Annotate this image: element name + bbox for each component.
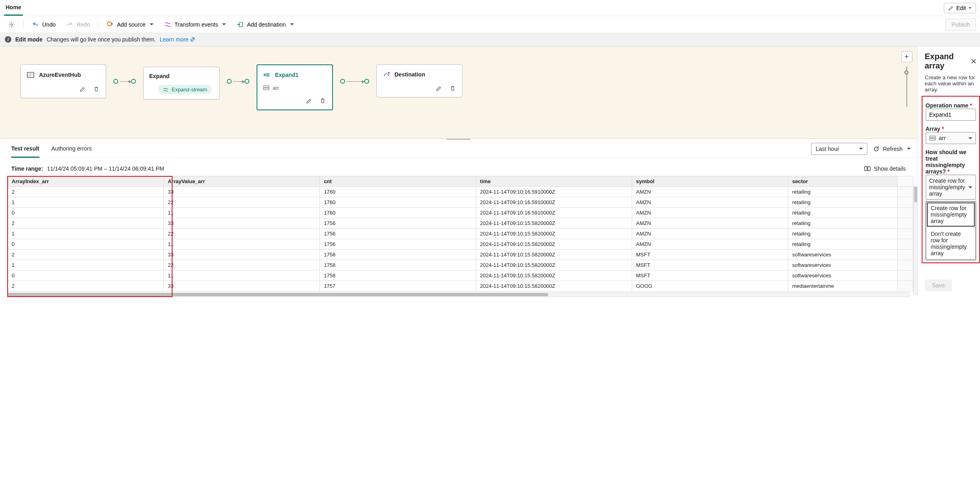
- table-cell: MSFT: [632, 250, 788, 260]
- table-row[interactable]: 12217602024-11-14T09:10:16.5910000ZAMZNr…: [8, 197, 913, 208]
- table-cell: 22: [164, 229, 320, 239]
- table-cell: AMZN: [632, 208, 788, 218]
- node-delete-button[interactable]: [91, 84, 101, 94]
- show-details-button[interactable]: Show details: [864, 165, 906, 172]
- trash-icon: [450, 85, 456, 91]
- table-cell: 2024-11-14T09:10:16.5910000Z: [476, 197, 632, 208]
- table-cell: 2024-11-14T09:10:16.5910000Z: [476, 208, 632, 218]
- array-select[interactable]: arr: [926, 132, 976, 144]
- chevron-down-icon: [968, 7, 972, 9]
- column-header[interactable]: time: [476, 176, 632, 187]
- column-header[interactable]: symbol: [632, 176, 788, 187]
- zoom-thumb[interactable]: [904, 70, 908, 74]
- table-row[interactable]: 23317602024-11-14T09:10:16.5910000ZAMZNr…: [8, 187, 913, 197]
- external-link-icon: [190, 37, 195, 42]
- output-port[interactable]: [227, 79, 232, 84]
- table-row[interactable]: 12217562024-11-14T09:10:15.5820000ZAMZNr…: [8, 229, 913, 239]
- table-row[interactable]: 01117582024-11-14T09:10:15.5820000ZMSFTs…: [8, 270, 913, 281]
- table-row[interactable]: 12217582024-11-14T09:10:15.5820000ZMSFTs…: [8, 260, 913, 270]
- node-expand1[interactable]: Expand1 arr: [257, 64, 333, 110]
- side-title: Expand array: [925, 52, 970, 70]
- vertical-scrollbar[interactable]: [913, 186, 917, 295]
- time-range-label: Time range:: [11, 165, 43, 172]
- table-row[interactable]: 23317562024-11-14T09:10:15.5820000ZAMZNr…: [8, 218, 913, 229]
- table-cell: 2: [8, 281, 164, 291]
- publish-button: Publish: [945, 19, 976, 31]
- table-row[interactable]: 23317572024-11-14T09:10:15.5820000ZGOOGm…: [8, 281, 913, 291]
- tab-home[interactable]: Home: [4, 0, 23, 16]
- column-header[interactable]: sector: [788, 176, 897, 187]
- table-cell: 1: [8, 229, 164, 239]
- table-cell: softwareservices: [788, 270, 897, 281]
- scroll-thumb[interactable]: [8, 293, 548, 296]
- svg-rect-17: [868, 167, 870, 171]
- settings-button[interactable]: [4, 19, 19, 30]
- svg-point-0: [11, 23, 13, 25]
- node-edit-button[interactable]: [78, 84, 87, 94]
- node-destination[interactable]: Destination: [376, 64, 462, 97]
- array-label: Array: [926, 126, 941, 132]
- table-row[interactable]: 01117562024-11-14T09:10:15.5820000ZAMZNr…: [8, 239, 913, 250]
- tab-test-result[interactable]: Test result: [11, 140, 39, 158]
- svg-point-6: [32, 74, 33, 74]
- table-cell: softwareservices: [788, 250, 897, 260]
- zoom-in-button[interactable]: +: [901, 51, 912, 62]
- refresh-button[interactable]: Refresh: [873, 146, 910, 152]
- learn-more-label: Learn more: [160, 36, 189, 43]
- table-cell: 1757: [320, 281, 476, 291]
- gear-icon: [8, 21, 15, 28]
- input-port[interactable]: [364, 79, 369, 84]
- edit-button[interactable]: Edit: [944, 3, 976, 13]
- column-header[interactable]: ArrayValue_arr: [164, 176, 320, 187]
- info-msg: Changes will go live once you publish th…: [47, 36, 156, 43]
- add-destination-button[interactable]: Add destination: [232, 19, 298, 30]
- dropdown-option[interactable]: Create row for missing/empty array: [926, 202, 976, 227]
- table-cell: retailing: [788, 239, 897, 250]
- svg-rect-14: [263, 88, 269, 90]
- table-row[interactable]: 01117602024-11-14T09:10:16.5910000ZAMZNr…: [8, 208, 913, 218]
- chevron-down-icon: [290, 23, 294, 25]
- eventhub-icon: [26, 70, 35, 79]
- show-details-label: Show details: [874, 165, 906, 172]
- add-source-button[interactable]: Add source: [103, 19, 158, 30]
- operation-name-input[interactable]: [926, 109, 976, 121]
- table-cell: 2024-11-14T09:10:15.5820000Z: [476, 270, 632, 281]
- tab-label: Home: [6, 4, 21, 10]
- time-filter-select[interactable]: Last hour: [811, 143, 867, 155]
- node-source[interactable]: AzureEventHub: [20, 64, 106, 98]
- array-icon: [263, 85, 269, 91]
- output-port[interactable]: [340, 79, 345, 84]
- close-button[interactable]: [970, 58, 977, 64]
- node-edit-button[interactable]: [304, 96, 314, 105]
- option-label: Don't create row for missing/empty array: [931, 231, 967, 256]
- dropdown-option[interactable]: Don't create row for missing/empty array: [926, 227, 976, 260]
- option-label: Create row for missing/empty array: [931, 205, 967, 224]
- required-mark: *: [970, 102, 972, 109]
- table-cell: 33: [164, 250, 320, 260]
- column-header[interactable]: cnt: [320, 176, 476, 187]
- table-cell: retailing: [788, 229, 897, 239]
- undo-button[interactable]: Undo: [28, 19, 60, 30]
- input-port[interactable]: [244, 79, 249, 84]
- scroll-thumb[interactable]: [914, 186, 917, 202]
- column-header[interactable]: ArrayIndex_arr: [8, 176, 164, 187]
- trash-icon: [93, 86, 99, 92]
- tab-authoring-errors[interactable]: Authoring errors: [51, 140, 92, 158]
- missing-select[interactable]: Create row for missing/empty array: [926, 175, 976, 200]
- zoom-slider[interactable]: [906, 66, 907, 107]
- node-delete-button[interactable]: [448, 83, 457, 93]
- missing-value: Create row for missing/empty array: [929, 178, 965, 197]
- chevron-down-icon: [968, 186, 972, 188]
- learn-more-link[interactable]: Learn more: [160, 36, 195, 43]
- table-cell: 11: [164, 239, 320, 250]
- add-dest-label: Add destination: [247, 21, 286, 28]
- node-edit-button[interactable]: [434, 83, 444, 93]
- time-range-value: 11/14/24 05:09:41 PM – 11/14/24 06:09:41…: [47, 165, 164, 172]
- horizontal-scrollbar[interactable]: [7, 292, 909, 297]
- table-row[interactable]: 23317582024-11-14T09:10:15.5820000ZMSFTs…: [8, 250, 913, 260]
- output-port[interactable]: [113, 79, 118, 84]
- node-expand[interactable]: Expand Expand-stream: [143, 67, 220, 99]
- transform-events-button[interactable]: Transform events: [160, 19, 230, 30]
- input-port[interactable]: [131, 79, 136, 84]
- node-delete-button[interactable]: [318, 96, 327, 105]
